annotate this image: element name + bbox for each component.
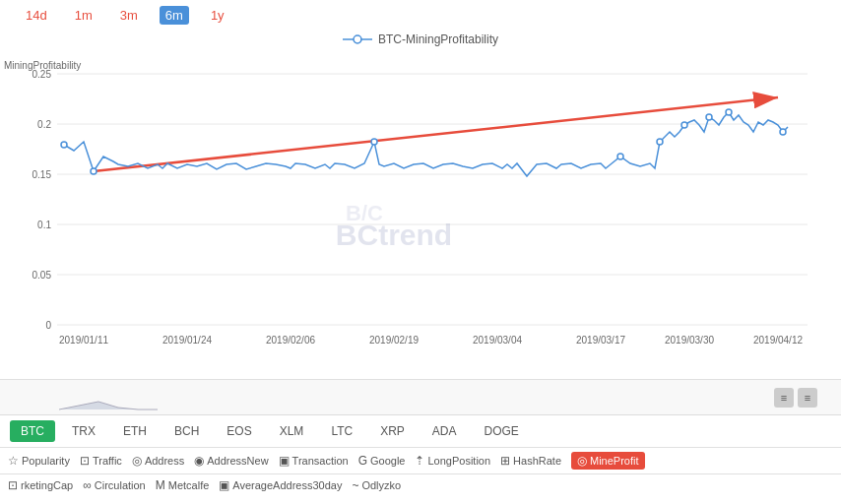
metric-tab-circulation[interactable]: ∞ Circulation xyxy=(83,478,146,492)
odlyzko-icon: ~ xyxy=(352,478,358,492)
marketingcap-icon: ⊡ xyxy=(8,478,18,492)
chart-title: BTC-MiningProfitability xyxy=(378,32,498,46)
svg-text:2019/03/04: 2019/03/04 xyxy=(473,335,522,346)
svg-text:2019/03/30: 2019/03/30 xyxy=(665,335,714,346)
coin-tab-ada[interactable]: ADA xyxy=(421,420,468,442)
coin-tab-eos[interactable]: EOS xyxy=(216,420,262,442)
coin-tab-doge[interactable]: DOGE xyxy=(474,420,530,442)
time-btn-1m[interactable]: 1m xyxy=(69,6,98,25)
svg-point-22 xyxy=(681,122,687,128)
svg-line-16 xyxy=(94,97,778,171)
svg-point-1 xyxy=(354,35,361,43)
metric-tab-longposition[interactable]: ⇡ LongPosition xyxy=(415,454,490,468)
svg-text:0.15: 0.15 xyxy=(32,169,52,180)
metric-tab-google[interactable]: G Google xyxy=(358,454,406,468)
coin-tab-btc[interactable]: BTC xyxy=(10,420,55,442)
svg-point-23 xyxy=(706,114,712,120)
svg-point-18 xyxy=(91,168,97,174)
longposition-icon: ⇡ xyxy=(415,454,424,468)
svg-text:0.2: 0.2 xyxy=(37,119,51,130)
metric-tab-transaction[interactable]: ▣ Transaction xyxy=(279,454,349,468)
metric-tabs-row2: ⊡ rketingCap ∞ Circulation M Metcalfe ▣ … xyxy=(0,474,841,496)
svg-text:2019/02/19: 2019/02/19 xyxy=(369,335,419,346)
svg-text:0.1: 0.1 xyxy=(37,220,51,230)
svg-point-17 xyxy=(61,142,67,148)
address-icon: ◎ xyxy=(132,454,142,468)
mineprofit-icon: ◎ xyxy=(577,454,587,468)
mini-chart-controls: ≡ ≡ xyxy=(774,388,817,408)
svg-text:0.25: 0.25 xyxy=(32,69,52,80)
metric-tab-popularity[interactable]: ☆ Popularity xyxy=(8,454,70,468)
coin-tab-eth[interactable]: ETH xyxy=(112,420,158,442)
coin-tab-xrp[interactable]: XRP xyxy=(369,420,416,442)
transaction-icon: ▣ xyxy=(279,454,290,468)
time-range-bar: 14d 1m 3m 6m 1y xyxy=(0,0,841,31)
svg-point-25 xyxy=(780,129,786,135)
google-icon: G xyxy=(358,454,367,468)
metcalfe-icon: M xyxy=(156,478,165,492)
metric-tab-address[interactable]: ◎ Address xyxy=(132,454,184,468)
svg-point-20 xyxy=(617,154,623,159)
svg-point-19 xyxy=(371,139,377,145)
svg-text:2019/02/06: 2019/02/06 xyxy=(266,335,315,346)
svg-text:0.05: 0.05 xyxy=(32,270,52,281)
metric-tab-addressnew[interactable]: ◉ AddressNew xyxy=(194,454,268,468)
mini-chart-svg xyxy=(59,382,841,413)
coin-tab-bch[interactable]: BCH xyxy=(163,420,210,442)
hashrate-icon: ⊞ xyxy=(500,454,510,468)
svg-text:2019/01/24: 2019/01/24 xyxy=(162,335,212,346)
time-btn-1y[interactable]: 1y xyxy=(205,6,230,25)
metric-tab-mineprofit[interactable]: ◎ MineProfit xyxy=(571,452,645,470)
popularity-icon: ☆ xyxy=(8,454,19,468)
metric-tabs-row1: ☆ Popularity ⊡ Traffic ◎ Address ◉ Addre… xyxy=(0,448,841,474)
chart-container: BTC-MiningProfitability MiningProfitabil… xyxy=(0,31,841,380)
svg-text:2019/03/17: 2019/03/17 xyxy=(576,335,625,346)
addressnew-icon: ◉ xyxy=(194,454,204,468)
metric-tab-avgaddress30day[interactable]: ▣ AverageAddress30day xyxy=(219,478,342,492)
coin-tab-xlm[interactable]: XLM xyxy=(269,420,315,442)
metric-tab-traffic[interactable]: ⊡ Traffic xyxy=(80,454,122,468)
main-chart-svg: 0.25 0.2 0.15 0.1 0.05 0 xyxy=(0,58,821,348)
circulation-icon: ∞ xyxy=(83,478,92,492)
svg-text:2019/01/11: 2019/01/11 xyxy=(59,335,108,346)
time-btn-3m[interactable]: 3m xyxy=(114,6,144,25)
traffic-icon: ⊡ xyxy=(80,454,90,468)
metric-tab-hashrate[interactable]: ⊞ HashRate xyxy=(500,454,561,468)
coin-tab-ltc[interactable]: LTC xyxy=(320,420,363,442)
mini-ctrl-left[interactable]: ≡ xyxy=(774,388,794,408)
coin-tabs: BTC TRX ETH BCH EOS XLM LTC XRP ADA DOGE xyxy=(0,415,841,448)
svg-marker-36 xyxy=(59,402,158,410)
legend-line-icon xyxy=(343,33,372,45)
svg-point-21 xyxy=(657,139,663,145)
svg-point-24 xyxy=(726,109,732,115)
svg-text:B/C: B/C xyxy=(346,201,383,225)
metric-tab-metcalfe[interactable]: M Metcalfe xyxy=(156,478,210,492)
metric-tab-odlyzko[interactable]: ~ Odlyzko xyxy=(352,478,401,492)
coin-tab-trx[interactable]: TRX xyxy=(61,420,106,442)
svg-text:2019/04/12: 2019/04/12 xyxy=(753,335,803,346)
time-btn-6m[interactable]: 6m xyxy=(160,6,189,25)
svg-text:0: 0 xyxy=(45,320,51,331)
time-btn-14d[interactable]: 14d xyxy=(20,6,53,25)
avgaddress-icon: ▣ xyxy=(219,478,229,492)
mini-chart-bar: ≡ ≡ xyxy=(0,380,841,415)
mini-ctrl-right[interactable]: ≡ xyxy=(798,388,817,408)
metric-tab-marketingcap[interactable]: ⊡ rketingCap xyxy=(8,478,73,492)
chart-legend: BTC-MiningProfitability xyxy=(0,31,841,50)
